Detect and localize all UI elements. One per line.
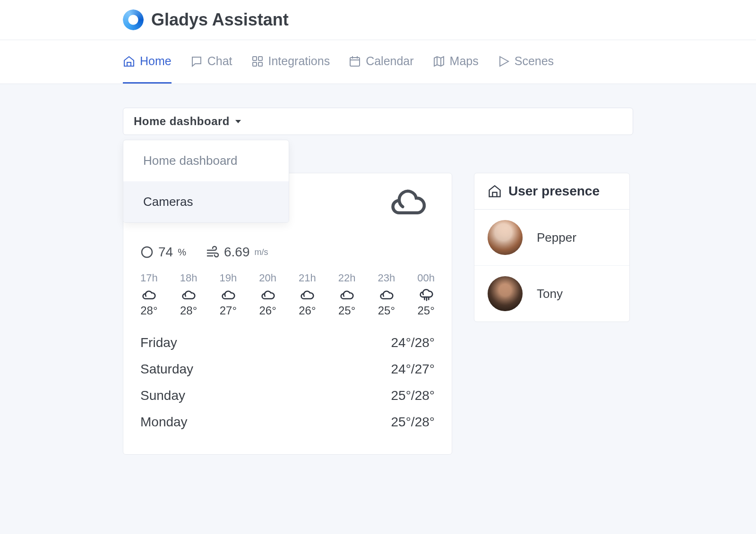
cloud-icon — [338, 287, 355, 301]
daily-forecast-row: Saturday24°/27° — [140, 356, 435, 382]
hourly-forecast-item: 17h28° — [140, 272, 158, 317]
dashboard-option-cameras[interactable]: Cameras — [123, 181, 289, 222]
nav-item-home[interactable]: Home — [123, 40, 172, 84]
nav-item-label: Home — [140, 54, 172, 68]
daily-forecast-row: Sunday25°/28° — [140, 382, 435, 409]
hourly-forecast: 17h28°18h28°19h27°20h26°21h26°22h25°23h2… — [140, 272, 435, 317]
hourly-forecast-item: 19h27° — [220, 272, 237, 317]
chat-icon — [190, 55, 203, 68]
hour-temp: 25° — [417, 304, 434, 317]
day-range: 24°/28° — [391, 335, 435, 350]
humidity-icon — [140, 246, 154, 259]
avatar — [488, 220, 523, 255]
hour-time: 23h — [378, 272, 395, 284]
nav-item-label: Integrations — [268, 54, 330, 68]
dashboard-selector: Home dashboard Home dashboardCameras — [123, 108, 633, 135]
hourly-forecast-item: 21h26° — [299, 272, 316, 317]
day-name: Sunday — [140, 388, 185, 403]
nav-item-integrations[interactable]: Integrations — [251, 40, 330, 84]
hour-time: 19h — [220, 272, 237, 284]
cloud-icon — [140, 287, 157, 301]
hour-time: 18h — [180, 272, 198, 284]
day-name: Friday — [140, 335, 177, 350]
nav-item-label: Maps — [450, 54, 479, 68]
hour-time: 17h — [140, 272, 158, 284]
presence-user-row[interactable]: Pepper — [474, 210, 629, 266]
user-name: Tony — [537, 287, 563, 301]
wind-icon — [206, 246, 219, 259]
nav-item-label: Chat — [207, 54, 232, 68]
cloud-icon — [299, 287, 316, 301]
map-icon — [433, 55, 445, 68]
grid-icon — [251, 55, 264, 68]
chevron-down-icon — [235, 120, 241, 123]
dashboard-selector-button[interactable]: Home dashboard — [123, 108, 633, 135]
day-name: Monday — [140, 415, 188, 430]
day-range: 25°/28° — [391, 415, 435, 430]
dashboard-selector-current: Home dashboard — [134, 115, 230, 128]
cloud-icon — [378, 287, 395, 301]
app-header: Gladys Assistant — [0, 0, 756, 40]
hour-temp: 26° — [259, 304, 276, 317]
user-presence-card: User presence PepperTony — [474, 173, 630, 322]
hour-time: 21h — [299, 272, 316, 284]
humidity-value: 74% — [140, 245, 186, 260]
avatar — [488, 276, 523, 311]
daily-forecast: Friday24°/28°Saturday24°/27°Sunday25°/28… — [140, 330, 435, 435]
presence-user-row[interactable]: Tony — [474, 266, 629, 322]
hourly-forecast-item: 00h25° — [417, 272, 435, 317]
primary-nav: HomeChatIntegrationsCalendarMapsScenes — [0, 40, 756, 84]
app-logo-icon — [123, 9, 144, 30]
daily-forecast-row: Monday25°/28° — [140, 409, 435, 435]
dashboard-selector-menu: Home dashboardCameras — [123, 140, 289, 223]
cloud-icon — [220, 287, 237, 301]
nav-item-calendar[interactable]: Calendar — [349, 40, 413, 84]
hour-temp: 28° — [180, 304, 197, 317]
cloud-icon — [180, 287, 197, 301]
day-range: 25°/28° — [391, 388, 435, 403]
user-presence-header: User presence — [474, 173, 629, 210]
calendar-icon — [349, 55, 361, 68]
cloud-icon — [387, 185, 430, 223]
hour-temp: 26° — [299, 304, 316, 317]
hour-temp: 25° — [338, 304, 355, 317]
hour-temp: 28° — [140, 304, 157, 317]
hour-temp: 27° — [220, 304, 237, 317]
cloud-icon — [259, 287, 276, 301]
nav-item-label: Calendar — [366, 54, 413, 68]
nav-item-scenes[interactable]: Scenes — [498, 40, 554, 84]
home-icon — [488, 184, 502, 198]
play-icon — [498, 55, 510, 68]
daily-forecast-row: Friday24°/28° — [140, 330, 435, 356]
nav-item-chat[interactable]: Chat — [190, 40, 232, 84]
hour-time: 20h — [259, 272, 276, 284]
wind-value: 6.69m/s — [206, 245, 268, 260]
dashboard-option-home-dashboard[interactable]: Home dashboard — [123, 140, 289, 181]
hourly-forecast-item: 18h28° — [180, 272, 198, 317]
day-name: Saturday — [140, 362, 193, 377]
hour-time: 22h — [338, 272, 356, 284]
hourly-forecast-item: 23h25° — [378, 272, 395, 317]
hour-temp: 25° — [378, 304, 395, 317]
nav-item-maps[interactable]: Maps — [433, 40, 479, 84]
home-icon — [123, 55, 135, 68]
day-range: 24°/27° — [391, 362, 435, 377]
hourly-forecast-item: 22h25° — [338, 272, 356, 317]
app-title: Gladys Assistant — [151, 10, 289, 30]
hourly-forecast-item: 20h26° — [259, 272, 276, 317]
nav-item-label: Scenes — [515, 54, 554, 68]
hour-time: 00h — [417, 272, 435, 284]
rain-icon — [418, 287, 435, 301]
user-name: Pepper — [537, 230, 576, 245]
